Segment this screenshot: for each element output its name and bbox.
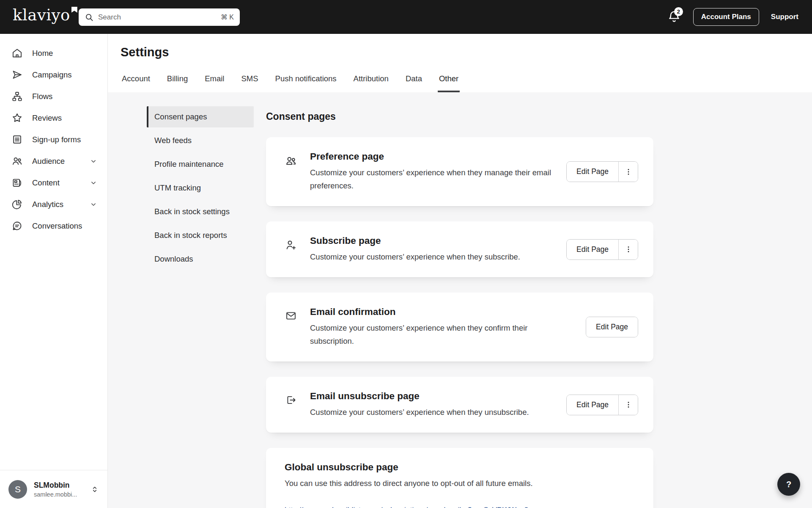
sidebar-item-flows[interactable]: Flows [0, 86, 107, 107]
card-title: Email unsubscribe page [310, 391, 554, 402]
tab-push-notifications[interactable]: Push notifications [274, 74, 338, 92]
user-account-switcher[interactable]: S SLMobbin samlee.mobbi... [0, 470, 107, 508]
audience-icon [11, 155, 23, 167]
tab-email[interactable]: Email [203, 74, 225, 92]
sidebar-item-label: Campaigns [32, 70, 72, 80]
sidebar-item-label: Home [32, 49, 53, 58]
envelope-icon [285, 310, 297, 322]
consent-pages-section: Consent pages Preference page Customize … [266, 111, 653, 508]
settings-content: Consent pages Web feeds Profile maintena… [108, 92, 812, 508]
support-link[interactable]: Support [771, 13, 798, 21]
home-icon [11, 47, 23, 59]
sidebar-item-label: Reviews [32, 113, 62, 123]
sidebar-item-conversations[interactable]: Conversations [0, 215, 107, 237]
sidebar-item-reviews[interactable]: Reviews [0, 107, 107, 129]
card-description: Customize your customers’ experience whe… [310, 406, 554, 419]
card-description: Customize your customers’ experience whe… [310, 250, 554, 263]
subnav-item-web-feeds[interactable]: Web feeds [147, 130, 254, 151]
tab-billing[interactable]: Billing [166, 74, 189, 92]
subnav-item-back-in-stock-reports[interactable]: Back in stock reports [147, 225, 254, 246]
sidebar-item-home[interactable]: Home [0, 42, 107, 64]
card-title: Global unsubscribe page [285, 462, 638, 473]
sidebar-item-label: Conversations [32, 221, 82, 231]
subnav-item-consent-pages[interactable]: Consent pages [147, 106, 254, 127]
external-link-icon [521, 506, 529, 508]
sidebar-item-campaigns[interactable]: Campaigns [0, 64, 107, 86]
more-options-button[interactable] [618, 395, 638, 415]
tab-sms[interactable]: SMS [240, 74, 259, 92]
sidebar-item-content[interactable]: Content [0, 172, 107, 193]
edit-page-split-button: Edit Page [566, 161, 638, 182]
subnav-item-downloads[interactable]: Downloads [147, 248, 254, 270]
edit-page-button[interactable]: Edit Page [567, 395, 618, 415]
edit-page-split-button: Edit Page [566, 239, 638, 260]
edit-page-button-wrap: Edit Page [586, 317, 638, 337]
settings-header: Settings Account Billing Email SMS Push … [108, 34, 812, 92]
sidebar-item-label: Audience [32, 157, 65, 166]
star-icon [11, 112, 23, 124]
user-name: SLMobbin [34, 481, 84, 490]
people-icon [285, 155, 297, 167]
kebab-menu-icon [624, 400, 633, 409]
edit-page-split-button: Edit Page [566, 395, 638, 415]
search-input[interactable] [98, 13, 217, 22]
sidebar-item-audience[interactable]: Audience [0, 150, 107, 172]
main-sidebar: Home Campaigns Flows Reviews Sign-up for [0, 34, 108, 508]
user-email: samlee.mobbi... [34, 491, 84, 498]
help-button[interactable]: ? [777, 473, 800, 496]
edit-page-button[interactable]: Edit Page [586, 317, 638, 337]
settings-tabs: Account Billing Email SMS Push notificat… [121, 74, 460, 92]
settings-subnav: Consent pages Web feeds Profile maintena… [147, 106, 254, 272]
user-info: SLMobbin samlee.mobbi... [34, 481, 84, 498]
tab-data[interactable]: Data [404, 74, 423, 92]
card-title: Email confirmation [310, 306, 573, 318]
signout-icon [285, 394, 297, 406]
more-options-button[interactable] [618, 240, 638, 260]
kebab-menu-icon [624, 168, 633, 176]
chevron-down-icon [90, 201, 97, 208]
sidebar-item-label: Content [32, 178, 60, 188]
subnav-item-utm-tracking[interactable]: UTM tracking [147, 177, 254, 199]
kebab-menu-icon [624, 245, 633, 254]
subnav-item-back-in-stock-settings[interactable]: Back in stock settings [147, 201, 254, 222]
card-email-confirmation: Email confirmation Customize your custom… [266, 293, 653, 362]
tab-other[interactable]: Other [438, 74, 460, 92]
sidebar-item-label: Analytics [32, 200, 63, 209]
avatar: S [8, 480, 27, 499]
section-heading: Consent pages [266, 111, 653, 122]
card-text: Email confirmation Customize your custom… [310, 306, 586, 348]
card-text: Preference page Customize your customers… [310, 151, 566, 192]
edit-page-button[interactable]: Edit Page [567, 162, 618, 182]
more-options-button[interactable] [618, 162, 638, 182]
klaviyo-logo[interactable]: klaviyo [13, 6, 77, 24]
tab-attribution[interactable]: Attribution [352, 74, 390, 92]
sidebar-item-label: Sign-up forms [32, 135, 81, 144]
analytics-icon [11, 199, 23, 210]
subnav-item-profile-maintenance[interactable]: Profile maintenance [147, 154, 254, 175]
topbar-right-cluster: 2 Account Plans Support [667, 0, 798, 34]
card-text: Subscribe page Customize your customers’… [310, 235, 566, 263]
card-description: Customize your customers’ experience whe… [310, 166, 554, 192]
main-nav: Home Campaigns Flows Reviews Sign-up for [0, 34, 107, 237]
account-plans-button[interactable]: Account Plans [693, 8, 759, 26]
chevron-down-icon [90, 157, 97, 165]
tab-account[interactable]: Account [121, 74, 151, 92]
card-subscribe-page: Subscribe page Customize your customers’… [266, 221, 653, 277]
card-description: Customize your customers’ experience whe… [310, 321, 560, 348]
search-bar[interactable]: ⌘ K [79, 8, 240, 26]
chevron-down-icon [90, 179, 97, 187]
notifications-button[interactable]: 2 [667, 10, 681, 24]
send-icon [11, 69, 23, 80]
conversations-icon [11, 220, 23, 232]
global-unsubscribe-link[interactable]: http://manage.kmail-lists.com/subscripti… [285, 506, 516, 508]
card-text: Email unsubscribe page Customize your cu… [310, 391, 566, 419]
sidebar-item-signup-forms[interactable]: Sign-up forms [0, 129, 107, 150]
person-add-icon [285, 239, 297, 251]
card-description: You can use this address to direct anyon… [285, 477, 638, 490]
card-global-unsubscribe-page: Global unsubscribe page You can use this… [266, 448, 653, 508]
edit-page-button[interactable]: Edit Page [567, 240, 618, 260]
klaviyo-flag-icon [71, 7, 77, 13]
top-bar: klaviyo ⌘ K 2 Account Plans Support [0, 0, 812, 34]
sidebar-item-analytics[interactable]: Analytics [0, 193, 107, 215]
sidebar-item-label: Flows [32, 92, 52, 101]
